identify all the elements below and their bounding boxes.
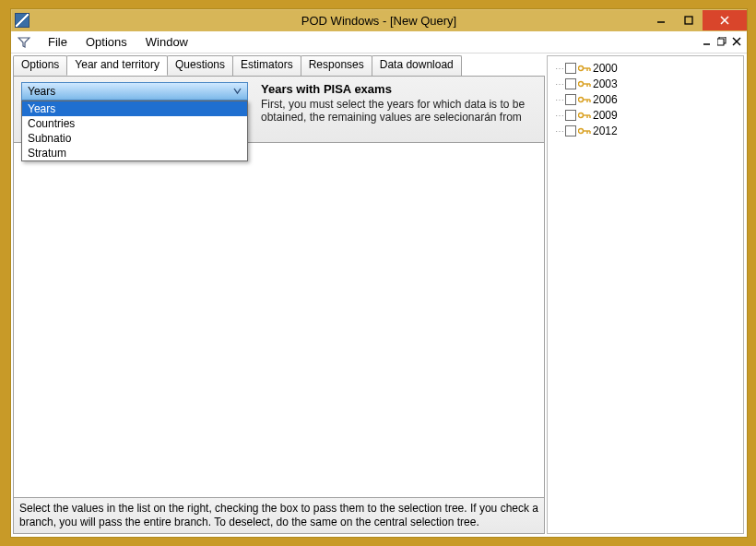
tree-checkbox[interactable] <box>565 110 576 121</box>
value-tree-panel: ⋯ 2000 ⋯ 2003 ⋯ 2006 ⋯ 2009 <box>547 55 744 534</box>
mdi-child-controls <box>703 36 747 49</box>
dimension-combo[interactable]: Years <box>21 82 248 101</box>
key-icon <box>578 63 591 74</box>
description-title: Years with PISA exams <box>261 82 535 96</box>
svg-point-13 <box>579 82 584 87</box>
svg-point-9 <box>579 66 584 71</box>
tree-item[interactable]: ⋯ 2006 <box>555 92 739 107</box>
svg-point-17 <box>579 98 584 102</box>
selection-area <box>14 143 544 497</box>
tree-item[interactable]: ⋯ 2000 <box>555 61 739 76</box>
close-button[interactable] <box>703 10 747 30</box>
dropdown-option-stratum[interactable]: Stratum <box>22 146 247 160</box>
tab-data-download[interactable]: Data download <box>372 55 462 76</box>
chevron-down-icon <box>233 85 242 98</box>
key-icon <box>578 94 591 105</box>
maximize-icon <box>684 16 693 25</box>
svg-point-21 <box>579 113 584 118</box>
menu-window[interactable]: Window <box>136 31 197 53</box>
key-icon <box>578 125 591 136</box>
svg-point-25 <box>579 129 584 134</box>
dimension-dropdown[interactable]: Years Countries Subnatio Stratum <box>21 101 248 161</box>
left-panel: Options Year and territory Questions Est… <box>13 55 545 534</box>
tab-estimators[interactable]: Estimators <box>232 55 301 76</box>
tab-year-and-territory[interactable]: Year and territory <box>66 55 168 76</box>
tree-item-label: 2012 <box>593 125 618 137</box>
window-controls <box>647 10 747 30</box>
minimize-icon <box>703 37 712 46</box>
key-icon <box>578 78 591 89</box>
tab-body: Years Years Countries Subnatio Stratum <box>13 76 545 534</box>
tree-connector-icon: ⋯ <box>555 95 563 105</box>
app-icon <box>15 13 30 28</box>
key-icon <box>578 110 591 121</box>
tree-item[interactable]: ⋯ 2012 <box>555 124 739 138</box>
combo-selected-label: Years <box>28 85 55 98</box>
mdi-close-button[interactable] <box>732 36 741 49</box>
tree-item-label: 2000 <box>593 62 618 75</box>
restore-icon <box>717 37 726 46</box>
tree-item-label: 2006 <box>593 93 618 106</box>
filter-icon[interactable] <box>17 35 31 50</box>
description-text: First, you must select the years for whi… <box>261 98 535 124</box>
svg-rect-1 <box>685 17 692 24</box>
tree-connector-icon: ⋯ <box>555 64 563 74</box>
tree-connector-icon: ⋯ <box>555 126 563 136</box>
minimize-icon <box>656 16 666 25</box>
footer-hint: Select the values in the list on the rig… <box>14 497 544 533</box>
dropdown-option-years[interactable]: Years <box>22 101 247 116</box>
tree-checkbox[interactable] <box>565 125 576 136</box>
tree-checkbox[interactable] <box>565 94 576 105</box>
tab-strip: Options Year and territory Questions Est… <box>13 55 545 76</box>
tree-item-label: 2003 <box>593 77 618 90</box>
tree-item[interactable]: ⋯ 2009 <box>555 108 739 123</box>
dropdown-option-countries[interactable]: Countries <box>22 116 247 131</box>
description-block: Years with PISA exams First, you must se… <box>261 82 535 124</box>
window-title: POD Windows - [New Query] <box>301 14 456 28</box>
selector-strip: Years Years Countries Subnatio Stratum <box>14 77 544 143</box>
tree-connector-icon: ⋯ <box>555 111 563 121</box>
menu-file[interactable]: File <box>39 31 77 53</box>
title-bar[interactable]: POD Windows - [New Query] <box>11 9 747 31</box>
tab-options[interactable]: Options <box>13 55 67 76</box>
tree-item-label: 2009 <box>593 109 618 122</box>
application-window: POD Windows - [New Query] File Options W… <box>10 8 748 538</box>
minimize-button[interactable] <box>647 10 675 30</box>
tree-checkbox[interactable] <box>565 78 576 89</box>
mdi-minimize-button[interactable] <box>703 36 712 49</box>
mdi-restore-button[interactable] <box>717 36 726 49</box>
dimension-combo-wrap: Years Years Countries Subnatio Stratum <box>21 82 248 101</box>
svg-rect-6 <box>717 39 724 45</box>
tab-questions[interactable]: Questions <box>167 55 233 76</box>
tree-item[interactable]: ⋯ 2003 <box>555 77 739 91</box>
menu-options[interactable]: Options <box>77 31 136 53</box>
dropdown-option-subnatio[interactable]: Subnatio <box>22 131 247 146</box>
tree-connector-icon: ⋯ <box>555 79 563 89</box>
client-area: Options Year and territory Questions Est… <box>11 53 747 537</box>
close-icon <box>719 15 730 26</box>
tab-responses[interactable]: Responses <box>301 55 372 76</box>
close-icon <box>732 37 741 46</box>
maximize-button[interactable] <box>675 10 703 30</box>
menu-bar: File Options Window <box>11 31 747 53</box>
tree-checkbox[interactable] <box>565 63 576 74</box>
